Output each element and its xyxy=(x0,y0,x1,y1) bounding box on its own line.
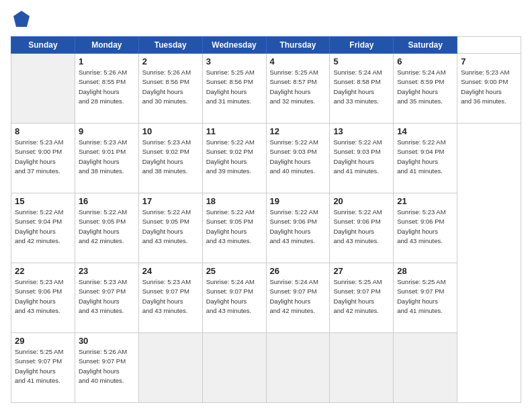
calendar-header-thursday: Thursday xyxy=(266,37,330,54)
day-info: Sunrise: 5:25 AMSunset: 9:07 PMDaylight … xyxy=(15,348,63,384)
day-info: Sunrise: 5:22 AMSunset: 9:05 PMDaylight … xyxy=(142,208,191,244)
day-cell-17: 17 Sunrise: 5:22 AMSunset: 9:05 PMDaylig… xyxy=(138,193,202,263)
calendar-header-friday: Friday xyxy=(330,37,394,54)
day-info: Sunrise: 5:26 AMSunset: 8:56 PMDaylight … xyxy=(142,68,191,105)
day-info: Sunrise: 5:25 AMSunset: 9:07 PMDaylight … xyxy=(397,278,445,314)
calendar-header-sunday: Sunday xyxy=(11,37,75,54)
day-cell-15: 15 Sunrise: 5:22 AMSunset: 9:04 PMDaylig… xyxy=(11,193,75,263)
day-cell-27: 27 Sunrise: 5:25 AMSunset: 9:07 PMDaylig… xyxy=(330,263,394,333)
day-cell-25: 25 Sunrise: 5:24 AMSunset: 9:07 PMDaylig… xyxy=(202,263,266,333)
calendar-week-5: 29 Sunrise: 5:25 AMSunset: 9:07 PMDaylig… xyxy=(11,333,521,403)
day-info: Sunrise: 5:26 AMSunset: 8:55 PMDaylight … xyxy=(79,68,127,105)
day-cell-26: 26 Sunrise: 5:24 AMSunset: 9:07 PMDaylig… xyxy=(266,263,330,333)
day-info: Sunrise: 5:24 AMSunset: 8:58 PMDaylight … xyxy=(333,68,382,105)
day-cell-12: 12 Sunrise: 5:22 AMSunset: 9:03 PMDaylig… xyxy=(266,124,330,193)
calendar-week-3: 15 Sunrise: 5:22 AMSunset: 9:04 PMDaylig… xyxy=(11,193,521,263)
day-info: Sunrise: 5:23 AMSunset: 9:00 PMDaylight … xyxy=(461,68,509,105)
day-info: Sunrise: 5:22 AMSunset: 9:06 PMDaylight … xyxy=(270,208,318,244)
day-number: 10 xyxy=(142,126,199,136)
day-number: 1 xyxy=(79,56,135,66)
day-number: 19 xyxy=(270,196,326,206)
day-number: 29 xyxy=(15,336,71,346)
day-number: 28 xyxy=(397,266,453,276)
day-info: Sunrise: 5:23 AMSunset: 9:02 PMDaylight … xyxy=(142,138,191,175)
day-cell-23: 23 Sunrise: 5:23 AMSunset: 9:07 PMDaylig… xyxy=(75,263,138,333)
day-cell-5: 5 Sunrise: 5:24 AMSunset: 8:58 PMDayligh… xyxy=(330,54,394,124)
day-info: Sunrise: 5:22 AMSunset: 9:04 PMDaylight … xyxy=(15,208,63,244)
calendar-week-4: 22 Sunrise: 5:23 AMSunset: 9:06 PMDaylig… xyxy=(11,263,521,333)
day-number: 3 xyxy=(206,56,263,66)
day-number: 26 xyxy=(270,266,326,276)
calendar-header-monday: Monday xyxy=(75,37,138,54)
calendar-header-tuesday: Tuesday xyxy=(138,37,202,54)
day-cell-9: 9 Sunrise: 5:23 AMSunset: 9:01 PMDayligh… xyxy=(75,124,138,193)
day-info: Sunrise: 5:24 AMSunset: 9:07 PMDaylight … xyxy=(206,278,255,314)
day-info: Sunrise: 5:25 AMSunset: 8:57 PMDaylight … xyxy=(270,68,318,105)
day-number: 6 xyxy=(397,56,453,66)
day-number: 15 xyxy=(15,196,71,206)
day-info: Sunrise: 5:25 AMSunset: 8:56 PMDaylight … xyxy=(206,68,255,105)
page: SundayMondayTuesdayWednesdayThursdayFrid… xyxy=(0,0,532,411)
day-info: Sunrise: 5:26 AMSunset: 9:07 PMDaylight … xyxy=(79,348,127,384)
day-cell-6: 6 Sunrise: 5:24 AMSunset: 8:59 PMDayligh… xyxy=(394,54,457,124)
day-cell-18: 18 Sunrise: 5:22 AMSunset: 9:05 PMDaylig… xyxy=(202,193,266,263)
calendar-week-1: 1 Sunrise: 5:26 AMSunset: 8:55 PMDayligh… xyxy=(11,54,521,124)
day-info: Sunrise: 5:24 AMSunset: 8:59 PMDaylight … xyxy=(397,68,445,105)
day-cell-19: 19 Sunrise: 5:22 AMSunset: 9:06 PMDaylig… xyxy=(266,193,330,263)
day-number: 24 xyxy=(142,266,199,276)
day-info: Sunrise: 5:23 AMSunset: 9:07 PMDaylight … xyxy=(79,278,127,314)
calendar-table: SundayMondayTuesdayWednesdayThursdayFrid… xyxy=(11,36,521,403)
day-number: 12 xyxy=(270,126,326,136)
day-cell-16: 16 Sunrise: 5:22 AMSunset: 9:05 PMDaylig… xyxy=(75,193,138,263)
empty-cell xyxy=(266,333,330,403)
day-info: Sunrise: 5:22 AMSunset: 9:03 PMDaylight … xyxy=(270,138,318,175)
day-info: Sunrise: 5:25 AMSunset: 9:07 PMDaylight … xyxy=(333,278,382,314)
day-cell-10: 10 Sunrise: 5:23 AMSunset: 9:02 PMDaylig… xyxy=(138,124,202,193)
empty-cell xyxy=(11,54,75,124)
day-info: Sunrise: 5:22 AMSunset: 9:05 PMDaylight … xyxy=(206,208,255,244)
day-info: Sunrise: 5:23 AMSunset: 9:07 PMDaylight … xyxy=(142,278,191,314)
day-info: Sunrise: 5:22 AMSunset: 9:02 PMDaylight … xyxy=(206,138,255,175)
day-number: 20 xyxy=(333,196,390,206)
day-info: Sunrise: 5:22 AMSunset: 9:04 PMDaylight … xyxy=(397,138,445,175)
day-cell-1: 1 Sunrise: 5:26 AMSunset: 8:55 PMDayligh… xyxy=(75,54,138,124)
day-info: Sunrise: 5:23 AMSunset: 9:06 PMDaylight … xyxy=(397,208,445,244)
day-cell-29: 29 Sunrise: 5:25 AMSunset: 9:07 PMDaylig… xyxy=(11,333,75,403)
day-info: Sunrise: 5:22 AMSunset: 9:05 PMDaylight … xyxy=(79,208,127,244)
calendar-header-saturday: Saturday xyxy=(394,37,457,54)
day-number: 17 xyxy=(142,196,199,206)
day-number: 4 xyxy=(270,56,326,66)
logo xyxy=(11,8,35,30)
day-cell-14: 14 Sunrise: 5:22 AMSunset: 9:04 PMDaylig… xyxy=(394,124,457,193)
day-number: 11 xyxy=(206,126,263,136)
calendar-body: 1 Sunrise: 5:26 AMSunset: 8:55 PMDayligh… xyxy=(11,54,521,403)
day-cell-2: 2 Sunrise: 5:26 AMSunset: 8:56 PMDayligh… xyxy=(138,54,202,124)
day-info: Sunrise: 5:24 AMSunset: 9:07 PMDaylight … xyxy=(270,278,318,314)
day-number: 21 xyxy=(397,196,453,206)
day-number: 8 xyxy=(15,126,71,136)
day-cell-7: 7 Sunrise: 5:23 AMSunset: 9:00 PMDayligh… xyxy=(457,54,521,124)
empty-cell xyxy=(330,333,394,403)
day-number: 7 xyxy=(461,56,517,66)
day-cell-28: 28 Sunrise: 5:25 AMSunset: 9:07 PMDaylig… xyxy=(394,263,457,333)
day-info: Sunrise: 5:23 AMSunset: 9:00 PMDaylight … xyxy=(15,138,63,175)
empty-cell xyxy=(394,333,457,403)
day-cell-3: 3 Sunrise: 5:25 AMSunset: 8:56 PMDayligh… xyxy=(202,54,266,124)
calendar-week-2: 8 Sunrise: 5:23 AMSunset: 9:00 PMDayligh… xyxy=(11,124,521,193)
header xyxy=(11,8,521,30)
day-number: 23 xyxy=(79,266,135,276)
logo-icon xyxy=(11,8,32,30)
empty-cell xyxy=(202,333,266,403)
day-info: Sunrise: 5:23 AMSunset: 9:06 PMDaylight … xyxy=(15,278,63,314)
day-info: Sunrise: 5:22 AMSunset: 9:03 PMDaylight … xyxy=(333,138,382,175)
day-number: 18 xyxy=(206,196,263,206)
day-cell-24: 24 Sunrise: 5:23 AMSunset: 9:07 PMDaylig… xyxy=(138,263,202,333)
svg-marker-0 xyxy=(13,11,30,27)
day-cell-11: 11 Sunrise: 5:22 AMSunset: 9:02 PMDaylig… xyxy=(202,124,266,193)
day-number: 27 xyxy=(333,266,390,276)
day-info: Sunrise: 5:22 AMSunset: 9:06 PMDaylight … xyxy=(333,208,382,244)
day-cell-21: 21 Sunrise: 5:23 AMSunset: 9:06 PMDaylig… xyxy=(394,193,457,263)
day-number: 16 xyxy=(79,196,135,206)
day-cell-8: 8 Sunrise: 5:23 AMSunset: 9:00 PMDayligh… xyxy=(11,124,75,193)
day-cell-22: 22 Sunrise: 5:23 AMSunset: 9:06 PMDaylig… xyxy=(11,263,75,333)
